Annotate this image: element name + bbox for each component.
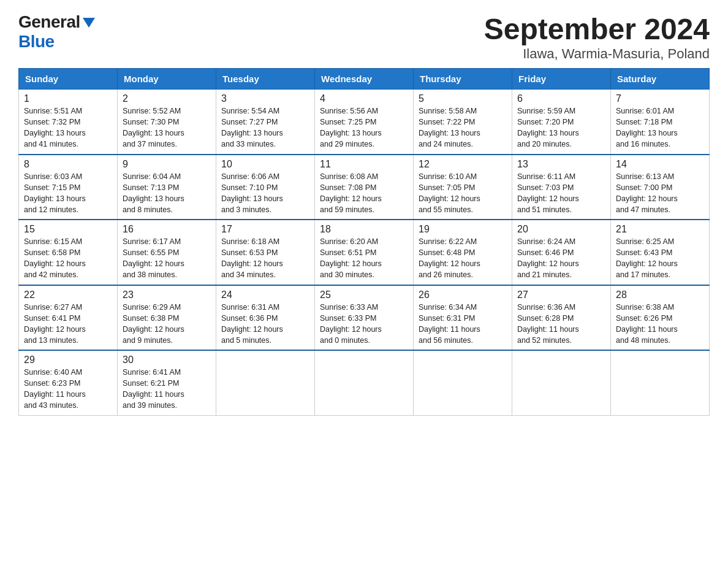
day-number: 22 — [24, 289, 112, 301]
day-info: Sunrise: 6:29 AMSunset: 6:38 PMDaylight:… — [123, 303, 184, 345]
calendar-cell: 26Sunrise: 6:34 AMSunset: 6:31 PMDayligh… — [414, 285, 512, 351]
day-info: Sunrise: 6:22 AMSunset: 6:48 PMDaylight:… — [419, 237, 480, 279]
calendar-cell — [216, 350, 315, 415]
calendar-cell: 13Sunrise: 6:11 AMSunset: 7:03 PMDayligh… — [512, 155, 611, 220]
calendar-cell: 15Sunrise: 6:15 AMSunset: 6:58 PMDayligh… — [19, 220, 118, 285]
calendar-cell: 30Sunrise: 6:41 AMSunset: 6:21 PMDayligh… — [118, 350, 216, 415]
day-number: 1 — [24, 93, 112, 104]
calendar-cell: 16Sunrise: 6:17 AMSunset: 6:55 PMDayligh… — [118, 220, 216, 285]
day-info: Sunrise: 6:03 AMSunset: 7:15 PMDaylight:… — [24, 172, 86, 214]
day-info: Sunrise: 6:33 AMSunset: 6:33 PMDaylight:… — [320, 303, 382, 345]
day-number: 23 — [123, 289, 211, 301]
calendar-cell: 27Sunrise: 6:36 AMSunset: 6:28 PMDayligh… — [512, 285, 611, 351]
day-number: 30 — [123, 354, 211, 366]
calendar-cell: 25Sunrise: 6:33 AMSunset: 6:33 PMDayligh… — [315, 285, 414, 351]
day-info: Sunrise: 6:20 AMSunset: 6:51 PMDaylight:… — [320, 237, 382, 279]
calendar-week-row: 1Sunrise: 5:51 AMSunset: 7:32 PMDaylight… — [19, 90, 710, 155]
calendar-week-row: 29Sunrise: 6:40 AMSunset: 6:23 PMDayligh… — [19, 350, 710, 415]
calendar-cell: 18Sunrise: 6:20 AMSunset: 6:51 PMDayligh… — [315, 220, 414, 285]
day-info: Sunrise: 5:56 AMSunset: 7:25 PMDaylight:… — [320, 107, 382, 148]
calendar-cell: 24Sunrise: 6:31 AMSunset: 6:36 PMDayligh… — [216, 285, 315, 351]
calendar-cell: 12Sunrise: 6:10 AMSunset: 7:05 PMDayligh… — [414, 155, 512, 220]
day-number: 15 — [24, 224, 112, 235]
day-number: 19 — [419, 224, 507, 235]
day-info: Sunrise: 6:06 AMSunset: 7:10 PMDaylight:… — [221, 172, 283, 214]
day-number: 17 — [221, 224, 309, 235]
day-number: 8 — [24, 159, 112, 170]
day-number: 18 — [320, 224, 408, 235]
day-number: 2 — [123, 93, 211, 104]
day-info: Sunrise: 6:38 AMSunset: 6:26 PMDaylight:… — [616, 303, 678, 345]
calendar-header-row: SundayMondayTuesdayWednesdayThursdayFrid… — [19, 69, 710, 90]
logo-general: General — [18, 12, 80, 32]
page-title: September 2024 — [484, 12, 710, 46]
day-info: Sunrise: 5:52 AMSunset: 7:30 PMDaylight:… — [123, 107, 184, 148]
column-header-thursday: Thursday — [414, 69, 512, 90]
calendar-cell: 7Sunrise: 6:01 AMSunset: 7:18 PMDaylight… — [611, 90, 710, 155]
day-number: 11 — [320, 159, 408, 170]
calendar-table: SundayMondayTuesdayWednesdayThursdayFrid… — [18, 68, 710, 416]
calendar-cell: 3Sunrise: 5:54 AMSunset: 7:27 PMDaylight… — [216, 90, 315, 155]
day-number: 16 — [123, 224, 211, 235]
day-number: 3 — [221, 93, 309, 104]
column-header-friday: Friday — [512, 69, 611, 90]
day-number: 28 — [616, 289, 704, 301]
page-subtitle: Ilawa, Warmia-Masuria, Poland — [484, 46, 710, 62]
day-info: Sunrise: 6:08 AMSunset: 7:08 PMDaylight:… — [320, 172, 382, 214]
day-info: Sunrise: 5:54 AMSunset: 7:27 PMDaylight:… — [221, 107, 283, 148]
calendar-cell: 22Sunrise: 6:27 AMSunset: 6:41 PMDayligh… — [19, 285, 118, 351]
day-info: Sunrise: 5:51 AMSunset: 7:32 PMDaylight:… — [24, 107, 86, 148]
calendar-cell: 11Sunrise: 6:08 AMSunset: 7:08 PMDayligh… — [315, 155, 414, 220]
day-info: Sunrise: 5:59 AMSunset: 7:20 PMDaylight:… — [517, 107, 579, 148]
day-info: Sunrise: 6:10 AMSunset: 7:05 PMDaylight:… — [419, 172, 480, 214]
calendar-cell: 10Sunrise: 6:06 AMSunset: 7:10 PMDayligh… — [216, 155, 315, 220]
day-number: 26 — [419, 289, 507, 301]
day-number: 5 — [419, 93, 507, 104]
calendar-cell: 17Sunrise: 6:18 AMSunset: 6:53 PMDayligh… — [216, 220, 315, 285]
day-number: 25 — [320, 289, 408, 301]
column-header-sunday: Sunday — [19, 69, 118, 90]
calendar-cell: 29Sunrise: 6:40 AMSunset: 6:23 PMDayligh… — [19, 350, 118, 415]
day-info: Sunrise: 6:25 AMSunset: 6:43 PMDaylight:… — [616, 237, 678, 279]
calendar-cell: 4Sunrise: 5:56 AMSunset: 7:25 PMDaylight… — [315, 90, 414, 155]
calendar-cell: 6Sunrise: 5:59 AMSunset: 7:20 PMDaylight… — [512, 90, 611, 155]
calendar-week-row: 8Sunrise: 6:03 AMSunset: 7:15 PMDaylight… — [19, 155, 710, 220]
day-number: 14 — [616, 159, 704, 170]
day-info: Sunrise: 6:13 AMSunset: 7:00 PMDaylight:… — [616, 172, 678, 214]
calendar-cell: 23Sunrise: 6:29 AMSunset: 6:38 PMDayligh… — [118, 285, 216, 351]
calendar-cell — [512, 350, 611, 415]
logo: General Blue — [18, 12, 95, 52]
calendar-cell: 28Sunrise: 6:38 AMSunset: 6:26 PMDayligh… — [611, 285, 710, 351]
day-number: 7 — [616, 93, 704, 104]
calendar-cell: 14Sunrise: 6:13 AMSunset: 7:00 PMDayligh… — [611, 155, 710, 220]
day-info: Sunrise: 6:31 AMSunset: 6:36 PMDaylight:… — [221, 303, 283, 345]
day-info: Sunrise: 6:15 AMSunset: 6:58 PMDaylight:… — [24, 237, 86, 279]
day-number: 29 — [24, 354, 112, 366]
calendar-week-row: 15Sunrise: 6:15 AMSunset: 6:58 PMDayligh… — [19, 220, 710, 285]
column-header-wednesday: Wednesday — [315, 69, 414, 90]
calendar-cell: 20Sunrise: 6:24 AMSunset: 6:46 PMDayligh… — [512, 220, 611, 285]
calendar-cell — [315, 350, 414, 415]
day-info: Sunrise: 6:41 AMSunset: 6:21 PMDaylight:… — [123, 368, 184, 410]
day-info: Sunrise: 6:11 AMSunset: 7:03 PMDaylight:… — [517, 172, 579, 214]
day-number: 27 — [517, 289, 605, 301]
column-header-monday: Monday — [118, 69, 216, 90]
calendar-cell: 1Sunrise: 5:51 AMSunset: 7:32 PMDaylight… — [19, 90, 118, 155]
calendar-cell — [414, 350, 512, 415]
day-number: 6 — [517, 93, 605, 104]
day-info: Sunrise: 6:04 AMSunset: 7:13 PMDaylight:… — [123, 172, 184, 214]
day-info: Sunrise: 6:17 AMSunset: 6:55 PMDaylight:… — [123, 237, 184, 279]
day-info: Sunrise: 6:24 AMSunset: 6:46 PMDaylight:… — [517, 237, 579, 279]
title-block: September 2024 Ilawa, Warmia-Masuria, Po… — [484, 12, 710, 62]
calendar-cell: 2Sunrise: 5:52 AMSunset: 7:30 PMDaylight… — [118, 90, 216, 155]
day-info: Sunrise: 6:18 AMSunset: 6:53 PMDaylight:… — [221, 237, 283, 279]
calendar-cell: 8Sunrise: 6:03 AMSunset: 7:15 PMDaylight… — [19, 155, 118, 220]
calendar-cell: 19Sunrise: 6:22 AMSunset: 6:48 PMDayligh… — [414, 220, 512, 285]
calendar-week-row: 22Sunrise: 6:27 AMSunset: 6:41 PMDayligh… — [19, 285, 710, 351]
day-number: 9 — [123, 159, 211, 170]
logo-triangle-icon — [83, 18, 95, 28]
column-header-saturday: Saturday — [611, 69, 710, 90]
day-number: 20 — [517, 224, 605, 235]
day-number: 4 — [320, 93, 408, 104]
day-number: 21 — [616, 224, 704, 235]
